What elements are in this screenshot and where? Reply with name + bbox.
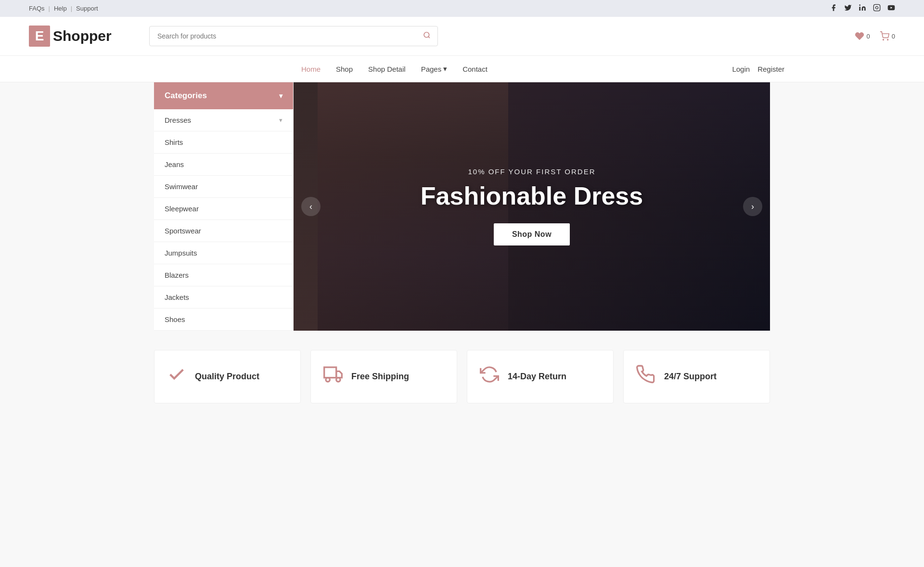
feature-shipping: Free Shipping	[310, 350, 457, 403]
twitter-icon[interactable]	[844, 4, 852, 13]
return-icon	[479, 365, 500, 388]
cart-count: 0	[892, 33, 895, 40]
search-bar	[149, 26, 438, 46]
nav-shop[interactable]: Shop	[328, 56, 360, 82]
youtube-icon[interactable]	[887, 4, 895, 13]
sep2: |	[71, 5, 72, 12]
navbar-inner: Home Shop Shop Detail Pages ▾ Contact Lo…	[140, 56, 784, 82]
top-bar: FAQs | Help | Support	[0, 0, 924, 17]
feature-shipping-label: Free Shipping	[351, 372, 409, 382]
categories-header[interactable]: Categories ▾	[154, 82, 293, 109]
svg-marker-9	[336, 371, 342, 377]
hero-title: Fashionable Dress	[421, 182, 643, 210]
header: E Shopper 0 0	[0, 17, 924, 56]
facebook-icon[interactable]	[830, 4, 837, 13]
hero-subtitle: 10% OFF YOUR FIRST ORDER	[421, 168, 643, 176]
feature-return: 14-Day Return	[467, 350, 614, 403]
linkedin-icon[interactable]	[859, 4, 866, 13]
nav-contact[interactable]: Contact	[455, 56, 495, 82]
sidebar-item-sleepwear[interactable]: Sleepwear	[154, 198, 293, 220]
sidebar-item-blazers[interactable]: Blazers	[154, 264, 293, 286]
feature-quality-label: Quality Product	[195, 372, 259, 382]
feature-return-label: 14-Day Return	[508, 372, 566, 382]
logo-letter: E	[29, 26, 50, 47]
hero-section: ‹ 10% OFF YOUR FIRST ORDER Fashionable D…	[294, 82, 770, 331]
top-bar-socials	[830, 4, 895, 13]
login-link[interactable]: Login	[732, 65, 750, 73]
wishlist-count: 0	[867, 33, 870, 40]
sidebar-item-dresses[interactable]: Dresses ▾	[154, 109, 293, 131]
nav-shop-detail[interactable]: Shop Detail	[360, 56, 413, 82]
svg-point-6	[883, 39, 884, 40]
support-icon	[635, 365, 656, 388]
sidebar-item-swimwear[interactable]: Swimwear	[154, 176, 293, 198]
sidebar-item-jackets[interactable]: Jackets	[154, 286, 293, 309]
logo-name: Shopper	[53, 28, 112, 44]
hero-next-button[interactable]: ›	[743, 197, 762, 216]
logo[interactable]: E Shopper	[29, 26, 135, 47]
search-input[interactable]	[150, 27, 416, 45]
sidebar-item-sportswear[interactable]: Sportswear	[154, 220, 293, 242]
feature-support: 24/7 Support	[623, 350, 770, 403]
register-link[interactable]: Register	[757, 65, 784, 73]
hero-prev-button[interactable]: ‹	[301, 197, 321, 216]
nav-links: Home Shop Shop Detail Pages ▾ Contact	[279, 56, 495, 82]
topbar-faqs[interactable]: FAQs	[29, 5, 45, 12]
instagram-icon[interactable]	[873, 4, 881, 13]
svg-point-11	[336, 378, 340, 382]
svg-point-0	[859, 4, 860, 6]
nav-home[interactable]: Home	[294, 56, 328, 82]
cart-button[interactable]: 0	[880, 31, 895, 41]
sidebar: Categories ▾ Dresses ▾ Shirts Jeans Swim…	[154, 82, 294, 331]
sep1: |	[49, 5, 50, 12]
sidebar-item-jeans[interactable]: Jeans	[154, 154, 293, 176]
svg-rect-8	[324, 367, 336, 378]
navbar: Home Shop Shop Detail Pages ▾ Contact Lo…	[0, 56, 924, 82]
header-actions: 0 0	[855, 31, 895, 41]
nav-auth: Login Register	[732, 65, 784, 73]
categories-label: Categories	[165, 91, 207, 101]
topbar-support[interactable]: Support	[76, 5, 98, 12]
shop-now-button[interactable]: Shop Now	[494, 223, 570, 245]
topbar-help[interactable]: Help	[54, 5, 67, 12]
pages-chevron-icon: ▾	[443, 64, 447, 73]
sidebar-item-jumpsuits[interactable]: Jumpsuits	[154, 242, 293, 264]
nav-pages[interactable]: Pages ▾	[413, 56, 455, 82]
search-button[interactable]	[416, 26, 437, 46]
svg-rect-1	[873, 4, 880, 11]
hero-content: 10% OFF YOUR FIRST ORDER Fashionable Dre…	[392, 148, 672, 265]
feature-quality: Quality Product	[154, 350, 301, 403]
wishlist-button[interactable]: 0	[855, 31, 870, 41]
dresses-chevron-icon: ▾	[279, 116, 282, 124]
features-strip: Quality Product Free Shipping 14-Day Ret…	[140, 350, 784, 403]
svg-point-7	[887, 39, 888, 40]
svg-point-10	[326, 378, 330, 382]
sidebar-item-shoes[interactable]: Shoes	[154, 309, 293, 331]
feature-support-label: 24/7 Support	[664, 372, 717, 382]
top-bar-links: FAQs | Help | Support	[29, 5, 98, 12]
svg-line-5	[428, 37, 430, 38]
quality-icon	[166, 365, 187, 388]
categories-chevron-icon: ▾	[279, 92, 282, 100]
shipping-icon	[322, 365, 344, 388]
svg-point-4	[424, 32, 429, 38]
content-area: Categories ▾ Dresses ▾ Shirts Jeans Swim…	[140, 82, 784, 331]
sidebar-item-shirts[interactable]: Shirts	[154, 131, 293, 154]
